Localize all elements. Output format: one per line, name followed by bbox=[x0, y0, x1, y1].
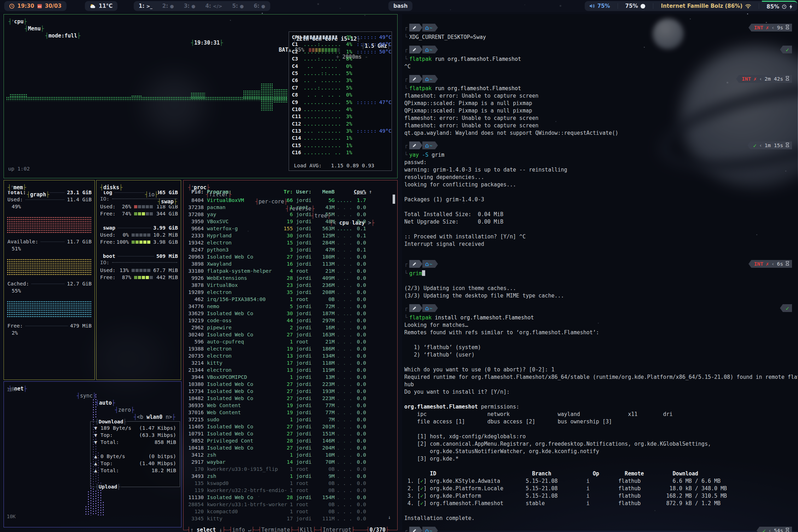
process-row[interactable]: 10482Isolated Web Co27jordi223M. . . .0.… bbox=[184, 395, 394, 402]
workspace-button[interactable]: 2:● bbox=[159, 3, 178, 9]
process-row[interactable]: 3878VirtualBox23jordi236M. . . .0.0 bbox=[184, 282, 394, 289]
clock-icon bbox=[9, 4, 15, 9]
process-row[interactable]: 37208yay6jordi55M. . . .0.0 bbox=[184, 211, 394, 218]
net-zero-button[interactable]: ┤zero├ bbox=[115, 406, 134, 414]
workspace-button[interactable]: 1:>_ bbox=[135, 3, 156, 9]
workspace-button[interactable]: 6:● bbox=[250, 3, 269, 9]
process-row[interactable]: 19289electron35jordi208M. . . .0.0 bbox=[184, 289, 394, 296]
process-row[interactable]: 20963Isolated Web Co27jordi180M. . . .0.… bbox=[184, 253, 394, 260]
process-row[interactable]: 34776nemo5jordi72M. . . .0.0 bbox=[184, 303, 394, 310]
process-row[interactable]: 30240Isolated Web Co27jordi163M. . . .0.… bbox=[184, 331, 394, 338]
cpu-graph-strip bbox=[10, 94, 27, 97]
process-row[interactable]: 3412zsh1jordi10M. . . .0.0 bbox=[184, 451, 394, 458]
cpu-core-row: C1....:............4%:::::::::50°C bbox=[289, 41, 392, 48]
process-row[interactable]: 19219code-oss44jordi297M. . . .0.0 bbox=[184, 317, 394, 324]
process-row[interactable]: 11130Isolated Web Co28jordi154M. . . .0.… bbox=[184, 494, 394, 501]
process-row[interactable]: 9664waterfox-g155jordi563M...... .0.1 bbox=[184, 225, 394, 232]
brightness-module[interactable]: 75% bbox=[621, 1, 650, 11]
mem-graph-button[interactable]: ┤graph├ bbox=[27, 191, 50, 198]
command-line[interactable]: └flatpak run org.flameshot.Flameshot bbox=[404, 56, 796, 63]
disks-swap-button[interactable]: ┤swap├ bbox=[157, 198, 177, 205]
proc-footer-button[interactable]: ┤Terminate├ bbox=[258, 526, 293, 532]
process-row[interactable]: 10380Isolated Web Co27jordi223M. . . .0.… bbox=[184, 381, 394, 388]
process-row[interactable]: 19388electron19jordi186M. . . .0.0 bbox=[184, 345, 394, 352]
terminal-output: ipc network wayland x11 dri bbox=[404, 411, 796, 418]
process-row[interactable]: 2333Hyprland30jordi129M. . . .0.1 bbox=[184, 232, 394, 239]
command-line[interactable]: └yay -S grim bbox=[404, 151, 796, 159]
net-interface-switcher[interactable]: ┤<b wlan0 n>├ bbox=[133, 414, 175, 421]
process-row[interactable]: 10418Isolated Web Co27jordi204M. . . .0.… bbox=[184, 444, 394, 451]
process-row[interactable]: 36935Web Content19jordi77M. . . .0.0 bbox=[184, 402, 394, 409]
disks-panel-title[interactable]: ┤disks├ bbox=[100, 184, 123, 191]
process-row[interactable]: 20735electron13jordi134M. . . .0.0 bbox=[184, 352, 394, 359]
scroll-down-icon[interactable]: ↓ bbox=[388, 514, 391, 520]
command-line[interactable]: └flatpak run org.flameshot.Flameshot bbox=[404, 85, 796, 92]
command-line[interactable]: └XDG_CURRENT_DESKTOP=Sway bbox=[404, 34, 796, 41]
process-row[interactable]: 33629Isolated Web Co30jordi187M. ... 0.0 bbox=[184, 310, 394, 317]
window-title[interactable]: bash bbox=[388, 1, 412, 11]
proc-footer-button[interactable]: ┤info ↵├ bbox=[229, 526, 254, 532]
col-memory[interactable]: MemB bbox=[317, 189, 335, 195]
battery-module[interactable]: 85% bbox=[762, 1, 797, 12]
process-row[interactable]: 21344electron13jordi119M. . . .0.0 bbox=[184, 366, 394, 374]
terminal-output: 2) ‘flathub’ (user) bbox=[404, 351, 796, 359]
net-sync-button[interactable]: ┤sync├ bbox=[76, 392, 96, 399]
process-row[interactable]: 3950VBoxSVC19jordi48M. . . .0.0 bbox=[184, 218, 394, 225]
process-row[interactable]: 3898Xwayland16jordi113M. . . .0.0 bbox=[184, 260, 394, 267]
terminal-output: looking for conflicting packages... bbox=[404, 181, 796, 189]
process-row[interactable]: 3944VBoxXPCOMIPCD1jordi13M. . . .0.0 bbox=[184, 374, 394, 381]
process-row[interactable]: 9926WebExtensions28jordi409M. .. .0.0 bbox=[184, 274, 394, 282]
command-line[interactable]: └flatpak install org.flameshot.Flameshot bbox=[404, 314, 796, 322]
command-line[interactable]: └grim bbox=[404, 270, 796, 277]
proc-footer-button[interactable]: ┤↑ select ↓├ bbox=[187, 526, 225, 532]
shell-prompt: ┌⌂~✓ bbox=[404, 46, 796, 54]
process-scrollbar[interactable] bbox=[393, 195, 395, 204]
process-row[interactable]: 9852Privileged Cont28jordi146M. . . .0.0 bbox=[184, 437, 394, 444]
col-program[interactable]: Program: bbox=[204, 189, 281, 195]
weather-module[interactable]: 11°C bbox=[85, 1, 117, 11]
cpu-panel-title[interactable]: ┤¹cpu├ bbox=[8, 18, 27, 25]
process-row[interactable]: 37016Web Content19jordi77M. . . .0.0 bbox=[184, 409, 394, 416]
process-row[interactable]: 135kswapd01root0B. . . .0.0 bbox=[184, 480, 394, 487]
process-row[interactable]: 2962pipewire2jordi16M. . . .0.0 bbox=[184, 324, 394, 331]
home-icon: ⌂ bbox=[425, 142, 429, 149]
terminal-window[interactable]: ┌⌂~INT✗‹9s└XDG_CURRENT_DESKTOP=Sway┌⌂~✓└… bbox=[402, 14, 798, 531]
col-threads[interactable]: Tr: bbox=[281, 189, 293, 195]
process-row[interactable]: 119kworker/u32:2-btrfs-endio-1root0B. . … bbox=[184, 487, 394, 494]
process-row[interactable]: 8247python33jordi47M. . . .0.1 bbox=[184, 246, 394, 253]
disks-io-button[interactable]: ┤io├ bbox=[145, 191, 158, 198]
clock-date-module[interactable]: 19:30 30/03 bbox=[4, 1, 66, 11]
volume-module[interactable]: 75% bbox=[585, 1, 615, 11]
process-row[interactable]: 596auto-cpufreq1root21M. . . .0.0 bbox=[184, 338, 394, 345]
process-row[interactable]: 15734Isolated Web Co27jordi193M. . . .0.… bbox=[184, 388, 394, 395]
process-row[interactable]: 8404VirtualBoxVM66jordi5G.........1.7 bbox=[184, 197, 394, 204]
process-row[interactable]: 11405Isolated Web Co27jordi201M. . . .0.… bbox=[184, 423, 394, 430]
proc-footer-button[interactable]: ┤Kill├ bbox=[297, 526, 316, 532]
workspace-button[interactable]: 4:</> bbox=[202, 3, 226, 9]
process-row[interactable]: 3493zsh1jordi9M. . . .0.0 bbox=[184, 473, 394, 480]
workspace-button[interactable]: 5:● bbox=[229, 3, 247, 9]
process-row[interactable]: 3345kitty17jordi111M. . . .0.0 bbox=[184, 515, 394, 522]
col-cpu[interactable]: Cpu% bbox=[353, 189, 366, 195]
network-module[interactable]: Internet Famille Bolz (86%) bbox=[656, 1, 756, 11]
proc-footer-button[interactable]: ┤Interrupt├ bbox=[319, 526, 354, 532]
process-row[interactable]: 19342electron15jordi284M. . . .0.0 bbox=[184, 239, 394, 246]
mem-panel-title[interactable]: ┤²mem├ bbox=[7, 184, 27, 191]
process-row[interactable]: 33180flatpak-system-helper4root21M. . . … bbox=[184, 267, 394, 274]
process-row[interactable]: 37215sudo1jordi7M. . . .0.0 bbox=[184, 416, 394, 423]
col-pid[interactable]: Pid: bbox=[184, 189, 204, 195]
command-status-badge: INT✗‹2m 42s bbox=[739, 75, 792, 83]
workspace-button[interactable]: 3:● bbox=[180, 3, 199, 9]
col-user[interactable]: User: bbox=[293, 189, 317, 195]
process-row[interactable]: 2917waybar14jordi70M. . . .0.0 bbox=[184, 458, 394, 466]
process-row[interactable]: 28854kworker/u33:1-btrfs-worker1root0B. … bbox=[184, 501, 394, 508]
process-row[interactable]: 170kworker/u33:0-i915_flip1root0B. . . .… bbox=[184, 466, 394, 473]
mode-button[interactable]: ┤mode:full├ bbox=[45, 32, 81, 39]
process-row[interactable]: 120kcompactd01root0B. . . .0.0 bbox=[184, 508, 394, 515]
process-row[interactable]: 462irq/156-PIXA3854:001root0B. . . .0.0 bbox=[184, 296, 394, 303]
process-row[interactable]: 3214kitty17jordi118M. . . .0.0 bbox=[184, 359, 394, 366]
process-row[interactable]: 10791Isolated Web Co27jordi151M. . . .0.… bbox=[184, 430, 394, 437]
menu-button[interactable]: ┤Menu├ bbox=[24, 25, 44, 32]
process-row[interactable]: 37238pacman1root43M. . . .0.0 bbox=[184, 204, 394, 211]
net-auto-button[interactable]: ┤auto├ bbox=[96, 399, 115, 406]
